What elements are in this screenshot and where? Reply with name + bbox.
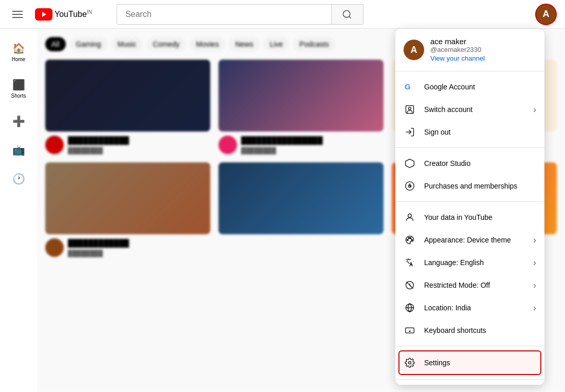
- user-info: ace maker @acemaker2330 View your channe…: [430, 37, 485, 63]
- chip-movies[interactable]: Movies: [190, 37, 225, 51]
- svg-point-26: [409, 362, 411, 364]
- switch-account-arrow: ›: [533, 104, 536, 115]
- history-icon: 🕐: [12, 173, 25, 185]
- keyboard-shortcuts-label: Keyboard shortcuts: [424, 326, 536, 334]
- settings-label: Settings: [424, 359, 536, 367]
- svg-point-13: [411, 239, 413, 241]
- sidebar: 🏠 Home ⬛ Shorts ➕ 📺 🕐: [0, 29, 37, 392]
- restricted-mode-item[interactable]: Restricted Mode: Off ›: [395, 274, 544, 296]
- keyboard-shortcuts-item[interactable]: Keyboard shortcuts: [395, 319, 544, 342]
- restricted-arrow: ›: [533, 280, 536, 291]
- library-icon: 📺: [12, 144, 25, 156]
- search-button[interactable]: [331, 5, 363, 24]
- location-arrow: ›: [533, 303, 536, 313]
- help-item[interactable]: Help: [395, 384, 544, 385]
- language-icon: [404, 256, 416, 269]
- switch-account-label: Switch account: [424, 105, 525, 114]
- video-avatar-1: [45, 136, 64, 154]
- purchases-label: Purchases and memberships: [424, 182, 536, 190]
- your-data-icon: [404, 211, 416, 223]
- video-card-5[interactable]: [218, 162, 384, 257]
- support-section: Help Send feedback: [395, 380, 544, 385]
- video-card-4[interactable]: ████████████ ████████: [45, 162, 210, 257]
- video-card-2[interactable]: ████████████████ ████████: [218, 60, 384, 154]
- appearance-icon: [404, 234, 416, 246]
- creator-section: Creator Studio Purchases and memberships: [395, 148, 544, 202]
- chip-all[interactable]: All: [45, 37, 66, 51]
- location-item[interactable]: Location: India ›: [395, 296, 544, 319]
- view-channel-link[interactable]: View your channel: [430, 54, 485, 62]
- svg-point-10: [407, 239, 409, 241]
- chip-live[interactable]: Live: [264, 37, 289, 51]
- youtube-logo[interactable]: YouTubeIN: [35, 8, 92, 21]
- your-data-label: Your data in YouTube: [424, 213, 536, 221]
- search-input[interactable]: [117, 6, 331, 23]
- location-label: Location: India: [424, 304, 525, 312]
- settings-section: Settings: [395, 346, 544, 380]
- language-arrow: ›: [533, 257, 536, 268]
- svg-text:G: G: [405, 82, 411, 91]
- video-thumb-1: [45, 60, 210, 132]
- svg-point-11: [408, 237, 410, 239]
- svg-line-15: [406, 282, 413, 288]
- sidebar-home-label: Home: [12, 57, 26, 62]
- sidebar-item-home[interactable]: 🏠 Home: [0, 35, 37, 69]
- account-section: G Google Account Switch account › Sign o…: [395, 71, 544, 148]
- sign-out-item[interactable]: Sign out: [395, 121, 544, 143]
- svg-point-6: [409, 107, 411, 110]
- youtube-logo-icon: [35, 8, 52, 21]
- appearance-label: Appearance: Device theme: [424, 236, 525, 244]
- hamburger-menu[interactable]: [8, 5, 27, 24]
- video-thumb-5: [218, 162, 384, 234]
- video-title-1: ████████████: [68, 136, 129, 146]
- svg-point-9: [408, 214, 412, 217]
- subscriptions-icon: ➕: [12, 115, 25, 127]
- sidebar-shorts-label: Shorts: [11, 93, 26, 99]
- language-item[interactable]: Language: English ›: [395, 251, 544, 274]
- user-dropdown-menu: A ace maker @acemaker2330 View your chan…: [395, 29, 544, 385]
- creator-studio-item[interactable]: Creator Studio: [395, 152, 544, 175]
- location-icon: [404, 302, 416, 314]
- settings-item[interactable]: Settings: [399, 351, 540, 374]
- restricted-icon: [404, 279, 416, 291]
- creator-studio-icon: [404, 157, 416, 170]
- user-avatar-button[interactable]: A: [535, 4, 557, 25]
- chip-news[interactable]: News: [229, 37, 260, 51]
- video-title-4: ████████████: [68, 238, 129, 249]
- video-card-1[interactable]: ████████████ ████████: [45, 60, 210, 154]
- chip-music[interactable]: Music: [112, 37, 143, 51]
- video-title-2: ████████████████: [241, 136, 323, 146]
- video-channel-2: ████████: [241, 147, 323, 154]
- search-icon: [342, 9, 352, 20]
- sidebar-item-shorts[interactable]: ⬛ Shorts: [0, 71, 37, 106]
- dropdown-avatar: A: [404, 40, 424, 60]
- video-avatar-4: [45, 238, 64, 257]
- your-data-item[interactable]: Your data in YouTube: [395, 206, 544, 229]
- header: YouTubeIN A: [0, 0, 565, 29]
- chip-comedy[interactable]: Comedy: [147, 37, 186, 51]
- sidebar-item-subscriptions[interactable]: ➕: [0, 108, 37, 135]
- switch-account-item[interactable]: Switch account ›: [395, 98, 544, 121]
- header-right: A: [535, 4, 557, 25]
- purchases-item[interactable]: Purchases and memberships: [395, 175, 544, 197]
- video-thumb-2: [218, 60, 384, 132]
- keyboard-icon: [404, 324, 416, 337]
- chip-podcasts[interactable]: Podcasts: [293, 37, 335, 51]
- google-account-item[interactable]: G Google Account: [395, 76, 544, 98]
- svg-point-12: [410, 237, 411, 239]
- shorts-icon: ⬛: [12, 79, 25, 91]
- language-label: Language: English: [424, 258, 525, 267]
- chip-gaming[interactable]: Gaming: [70, 37, 107, 51]
- dropdown-header: A ace maker @acemaker2330 View your chan…: [395, 29, 544, 71]
- sidebar-item-library[interactable]: 📺: [0, 137, 37, 163]
- restricted-label: Restricted Mode: Off: [424, 281, 525, 289]
- sign-out-label: Sign out: [424, 128, 536, 136]
- preferences-section: Your data in YouTube Appearance: Device …: [395, 202, 544, 346]
- sidebar-item-history[interactable]: 🕐: [0, 165, 37, 192]
- video-avatar-2: [218, 136, 237, 154]
- settings-icon: [404, 357, 416, 369]
- svg-rect-18: [406, 328, 414, 333]
- appearance-item[interactable]: Appearance: Device theme ›: [395, 229, 544, 251]
- switch-account-icon: [404, 103, 416, 116]
- svg-line-3: [349, 16, 351, 18]
